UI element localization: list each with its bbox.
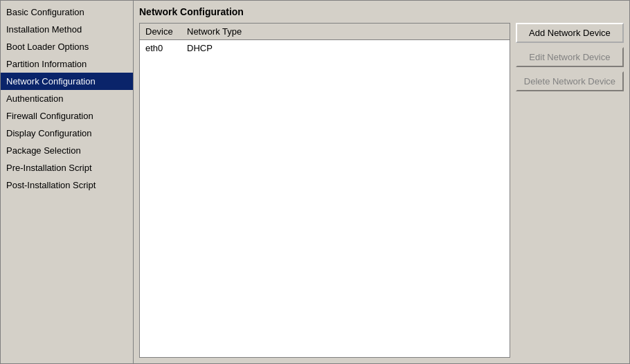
sidebar-item-package-selection[interactable]: Package Selection	[1, 142, 133, 159]
sidebar-item-basic-configuration[interactable]: Basic Configuration	[1, 3, 133, 21]
sidebar-item-firewall-configuration[interactable]: Firewall Configuration	[1, 107, 133, 125]
sidebar-item-authentication[interactable]: Authentication	[1, 90, 133, 107]
col-header-device: Device	[140, 24, 181, 40]
cell-device: eth0	[140, 40, 181, 57]
main-content: Network Configuration Device Network Typ…	[134, 1, 629, 363]
sidebar-item-network-configuration[interactable]: Network Configuration	[1, 73, 133, 90]
sidebar-item-pre-installation-script[interactable]: Pre-Installation Script	[1, 159, 133, 176]
content-area: Device Network Type eth0DHCP Add Network…	[139, 23, 624, 358]
network-table: Device Network Type eth0DHCP	[139, 23, 510, 358]
buttons-panel: Add Network Device Edit Network Device D…	[516, 23, 624, 358]
delete-network-device-button[interactable]: Delete Network Device	[516, 71, 624, 91]
sidebar: Basic ConfigurationInstallation MethodBo…	[1, 1, 134, 363]
sidebar-item-boot-loader-options[interactable]: Boot Loader Options	[1, 38, 133, 55]
section-title: Network Configuration	[139, 6, 624, 17]
sidebar-item-installation-method[interactable]: Installation Method	[1, 21, 133, 38]
add-network-device-button[interactable]: Add Network Device	[516, 23, 624, 43]
edit-network-device-button[interactable]: Edit Network Device	[516, 47, 624, 67]
sidebar-item-post-installation-script[interactable]: Post-Installation Script	[1, 176, 133, 194]
col-header-network-type: Network Type	[181, 24, 510, 40]
table-row[interactable]: eth0DHCP	[140, 40, 510, 57]
cell-network-type: DHCP	[181, 40, 510, 57]
sidebar-item-display-configuration[interactable]: Display Configuration	[1, 125, 133, 142]
sidebar-item-partition-information[interactable]: Partition Information	[1, 55, 133, 73]
